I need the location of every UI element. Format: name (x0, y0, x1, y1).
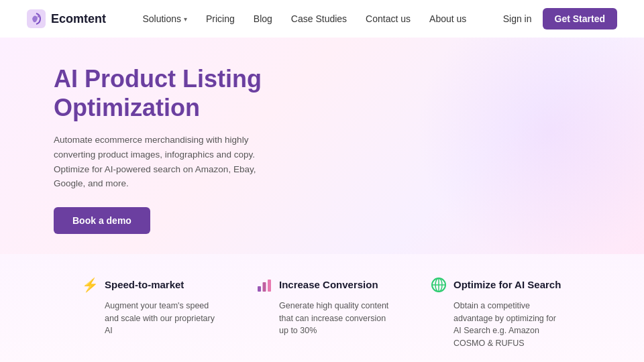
logo-icon (27, 9, 46, 28)
nav-solutions[interactable]: Solutions ▾ (142, 13, 187, 24)
feature-ai-search-desc: Obtain a competitive advantage by optimi… (429, 300, 564, 350)
nav-case-studies[interactable]: Case Studies (291, 13, 347, 24)
logo-text: Ecomtent (51, 12, 106, 26)
feature-speed-title: Speed-to-market (105, 279, 184, 290)
nav-contact[interactable]: Contact us (366, 13, 411, 24)
feature-speed: ⚡ Speed-to-market Augment your team's sp… (80, 276, 215, 350)
get-started-button[interactable]: Get Started (543, 8, 617, 29)
signin-button[interactable]: Sign in (503, 13, 532, 24)
nav-pricing[interactable]: Pricing (206, 13, 235, 24)
navbar: Ecomtent Solutions ▾ Pricing Blog Case S… (0, 0, 644, 38)
bar-chart-icon (255, 276, 274, 294)
features-section: ⚡ Speed-to-market Augment your team's sp… (0, 254, 644, 362)
hero-title: AI Product Listing Optimization (54, 64, 322, 122)
nav-blog[interactable]: Blog (254, 13, 272, 24)
feature-conversion-header: Increase Conversion (255, 276, 389, 294)
svg-rect-2 (258, 286, 261, 292)
book-demo-button[interactable]: Book a demo (54, 207, 150, 234)
globe-icon (429, 276, 448, 294)
nav-right: Sign in Get Started (503, 8, 617, 29)
svg-rect-3 (263, 282, 266, 292)
svg-rect-4 (268, 280, 271, 292)
chevron-down-icon: ▾ (184, 15, 187, 23)
feature-conversion-desc: Generate high quality content that can i… (255, 300, 389, 337)
lightning-icon: ⚡ (80, 276, 99, 294)
nav-center: Solutions ▾ Pricing Blog Case Studies Co… (142, 13, 466, 24)
feature-ai-search-header: Optimize for AI Search (429, 276, 564, 294)
feature-speed-desc: Augment your team's speed and scale with… (80, 300, 215, 337)
hero-subtitle: Automate ecommerce merchandising with hi… (54, 133, 282, 190)
svg-point-1 (38, 15, 40, 17)
feature-conversion: Increase Conversion Generate high qualit… (255, 276, 389, 350)
feature-ai-search-title: Optimize for AI Search (453, 279, 561, 290)
feature-speed-header: ⚡ Speed-to-market (80, 276, 215, 294)
logo-link[interactable]: Ecomtent (27, 9, 106, 28)
feature-conversion-title: Increase Conversion (279, 279, 378, 290)
hero-section: AI Product Listing Optimization Automate… (0, 38, 644, 254)
feature-ai-search: Optimize for AI Search Obtain a competit… (429, 276, 564, 350)
nav-about[interactable]: About us (429, 13, 466, 24)
